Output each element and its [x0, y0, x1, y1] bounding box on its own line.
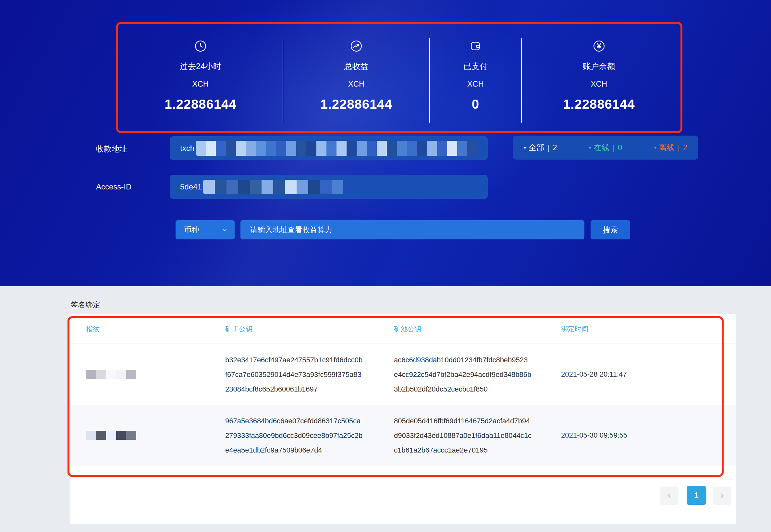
- pool-pubkey-cell: ac6c6d938dab10dd01234fb7fdc8beb9523 e4cc…: [394, 353, 561, 396]
- stat-value: 0: [472, 97, 479, 112]
- currency-select-label: 币种: [184, 225, 199, 235]
- workers-all[interactable]: • 全部 | 2: [524, 142, 557, 153]
- bind-time-cell: 2021-05-28 20:11:47: [561, 370, 736, 379]
- workers-offline-label: 离线: [659, 142, 674, 153]
- separator: |: [548, 143, 549, 152]
- search-button[interactable]: 搜索: [591, 220, 630, 239]
- currency-select[interactable]: 币种: [175, 220, 235, 239]
- stat-unit: XCH: [192, 79, 209, 89]
- bullet-icon: •: [589, 144, 591, 151]
- workers-offline-count: 2: [683, 143, 687, 152]
- column-header-bind-time: 绑定时间: [561, 324, 736, 333]
- column-header-pool-pubkey: 矿池公钥: [394, 324, 561, 333]
- stat-last-24h: 过去24小时 XCH 1.22886144: [118, 24, 283, 127]
- clock-icon: [194, 40, 207, 53]
- stats-panel: 过去24小时 XCH 1.22886144 总收益 XCH 1.22886144…: [118, 24, 677, 127]
- payout-address-redacted: [196, 141, 477, 156]
- fingerprint-redacted: [86, 431, 225, 440]
- access-id-redacted: [203, 180, 343, 194]
- workers-status-box: • 全部 | 2 • 在线 | 0 • 离线 | 2: [513, 136, 698, 160]
- stat-paid: 已支付 XCH 0: [430, 24, 521, 127]
- search-button-label: 搜索: [603, 225, 618, 235]
- workers-online-count: 0: [618, 143, 622, 152]
- search-input[interactable]: [240, 220, 584, 239]
- workers-offline[interactable]: • 离线 | 2: [654, 142, 687, 153]
- stat-unit: XCH: [591, 79, 607, 89]
- stat-value: 1.22886144: [563, 97, 635, 112]
- pool-pubkey-cell: 805de05d416fbf69d1164675d2acfa4d7b94 d90…: [394, 414, 561, 457]
- stat-label: 已支付: [464, 61, 488, 72]
- fingerprint-redacted: [86, 370, 225, 379]
- stat-total-income: 总收益 XCH 1.22886144: [283, 24, 430, 127]
- hero-section: 过去24小时 XCH 1.22886144 总收益 XCH 1.22886144…: [0, 0, 771, 286]
- pagination-next-button[interactable]: [713, 487, 731, 505]
- workers-online-label: 在线: [594, 142, 609, 153]
- mining-pool-dashboard: 过去24小时 XCH 1.22886144 总收益 XCH 1.22886144…: [0, 0, 771, 532]
- stat-label: 过去24小时: [180, 61, 221, 72]
- stat-unit: XCH: [467, 79, 484, 89]
- access-id-prefix: 5de41: [180, 182, 202, 191]
- stat-unit: XCH: [348, 79, 365, 89]
- trend-up-icon: [350, 40, 363, 53]
- wallet-icon: [469, 40, 482, 53]
- table-header: 指纹 矿工公钥 矿池公钥 绑定时间: [70, 314, 736, 344]
- payout-address-prefix: txch: [180, 144, 194, 153]
- separator: |: [613, 143, 615, 152]
- chevron-right-icon: [718, 492, 726, 499]
- stat-value: 1.22886144: [320, 97, 392, 112]
- column-header-fingerprint: 指纹: [70, 324, 225, 333]
- payout-address-field[interactable]: txch: [170, 136, 488, 160]
- table-row[interactable]: b32e3417e6cf497ae247557b1c91fd6dcc0b f67…: [70, 344, 736, 405]
- workers-all-label: 全部: [529, 142, 544, 153]
- column-header-miner-pubkey: 矿工公钥: [225, 324, 394, 333]
- signature-binding-card: 指纹 矿工公钥 矿池公钥 绑定时间 b32e3417e6cf497ae24755…: [70, 314, 736, 524]
- access-id-field[interactable]: 5de41: [170, 175, 488, 199]
- payout-address-label: 收款地址: [96, 144, 127, 154]
- bind-time-cell: 2021-05-30 09:59:55: [561, 431, 736, 440]
- separator: |: [678, 143, 680, 152]
- pagination-page-1[interactable]: 1: [687, 486, 706, 505]
- stat-account-balance: 账户余额 XCH 1.22886144: [522, 24, 677, 127]
- miner-pubkey-cell: b32e3417e6cf497ae247557b1c91fd6dcc0b f67…: [225, 353, 394, 396]
- chevron-left-icon: [666, 492, 673, 499]
- signature-binding-title: 签名绑定: [70, 300, 100, 310]
- stat-label: 账户余额: [583, 61, 615, 72]
- table-row[interactable]: 967a5e3684bd6c6ae07cefdd86317c505ca 2793…: [70, 405, 736, 466]
- yen-circle-icon: [593, 40, 606, 53]
- stat-value: 1.22886144: [164, 97, 236, 112]
- stat-label: 总收益: [344, 61, 368, 72]
- pagination-prev-button[interactable]: [660, 487, 679, 505]
- access-id-label: Access-ID: [96, 182, 131, 191]
- workers-all-count: 2: [553, 143, 557, 152]
- chevron-down-icon: [221, 226, 228, 234]
- bullet-icon: •: [654, 144, 656, 151]
- miner-pubkey-cell: 967a5e3684bd6c6ae07cefdd86317c505ca 2793…: [225, 414, 394, 457]
- bullet-icon: •: [524, 144, 526, 151]
- workers-online[interactable]: • 在线 | 0: [589, 142, 622, 153]
